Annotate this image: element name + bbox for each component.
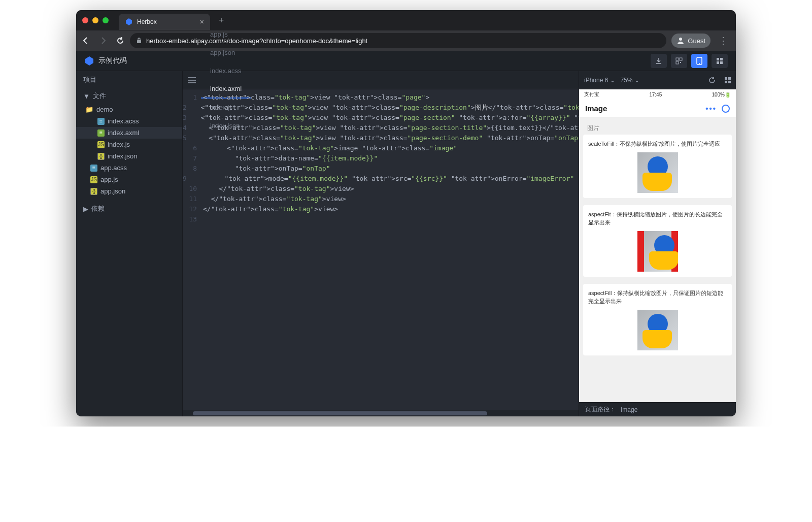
reload-button[interactable] [116,36,125,45]
close-tab-icon[interactable]: × [200,18,204,26]
example-image [637,231,678,272]
svg-rect-10 [717,58,719,60]
svg-point-2 [679,38,682,41]
svg-rect-15 [728,77,731,80]
editor-area: app.jsapp.jsonindex.acssindex.axmlindex.… [183,71,579,416]
battery-text: 100%🔋 [712,92,731,97]
maximize-window-button[interactable] [103,17,109,23]
file-name: app.js [100,176,118,183]
code-line: 2 <"tok-attr">class="tok-tag">view "tok-… [183,103,579,113]
svg-rect-16 [725,81,727,83]
chevron-down-icon: ▼ [83,92,90,100]
person-icon [676,37,685,45]
section-files-label: 文件 [93,91,106,101]
code-line: 5 <"tok-attr">class="tok-tag">view "tok-… [183,133,579,143]
chevron-down-icon: ⌄ [634,77,639,84]
hamburger-menu-button[interactable] [183,77,201,83]
svg-marker-0 [126,18,132,25]
refresh-icon[interactable] [722,105,730,113]
favicon [125,18,133,26]
file-name: index.acss [108,117,139,125]
file-item-app-json[interactable]: {}app.json [76,185,182,197]
file-item-index-axml[interactable]: ≡index.axml [76,127,182,139]
code-editor[interactable]: 1<"tok-attr">class="tok-tag">view "tok-a… [183,89,579,410]
browser-tab[interactable]: Herbox × [119,14,210,30]
tab-title: Herbox [137,18,157,25]
lock-icon [136,38,142,44]
code-line: 6 <"tok-attr">class="tok-tag">image "tok… [183,143,579,153]
file-name: index.axml [108,129,139,137]
file-item-index-js[interactable]: JSindex.js [76,139,182,150]
file-name: app.json [100,187,125,195]
grid-icon[interactable] [725,77,731,83]
device-content[interactable]: 图片 scaleToFill：不保持纵横比缩放图片，使图片完全适应aspectF… [579,118,736,402]
card-label: aspectFill：保持纵横比缩放图片，只保证图片的短边能完全显示出来 [588,289,727,306]
example-image [637,152,678,193]
device-name: iPhone 6 [584,77,608,84]
folder-name: demo [96,106,113,113]
sidebar-header: 项目 [76,71,182,88]
folder-demo[interactable]: 📁 demo [76,104,182,115]
editor-tabs: app.jsapp.jsonindex.acssindex.axmlindex.… [183,71,579,89]
folder-icon: 📁 [85,106,93,113]
file-item-index-json[interactable]: {}index.json [76,150,182,162]
carrier-text: 支付宝 [584,91,599,98]
preview-toolbar: iPhone 6 ⌄ 75% ⌄ [579,71,736,89]
sidebar-section-deps[interactable]: ▶ 依赖 [76,201,182,216]
sidebar: 项目 ▼ 文件 📁 demo ≡index.acss≡index.axmlJSi… [76,71,183,416]
forward-button[interactable] [98,36,108,45]
file-item-app-js[interactable]: JSapp.js [76,174,182,185]
horizontal-scrollbar[interactable] [183,410,579,416]
svg-rect-4 [676,58,679,60]
svg-rect-11 [720,58,723,60]
tab-index-acss[interactable]: index.acss [201,62,251,80]
tab-app-json[interactable]: app.json [201,44,251,62]
browser-menu-button[interactable]: ⋮ [716,35,731,46]
zoom-selector[interactable]: 75% ⌄ [620,77,639,84]
profile-button[interactable]: Guest [671,34,710,48]
svg-rect-13 [720,61,723,64]
code-line: 10 </"tok-attr">class="tok-tag">view> [183,184,579,194]
file-tree: 📁 demo ≡index.acss≡index.axmlJSindex.js{… [76,104,182,197]
app-window: Herbox × + herbox-embed.alipay.com/s/doc… [76,10,736,416]
page-path-label: 页面路径： [585,405,616,414]
preview-panel: iPhone 6 ⌄ 75% ⌄ 支付宝 17:45 100%🔋 I [579,71,736,416]
more-icon[interactable]: ••• [705,104,717,113]
back-button[interactable] [81,36,90,45]
download-button[interactable] [651,54,667,68]
svg-rect-14 [725,77,727,80]
ide-header: 示例代码 [76,51,736,71]
sidebar-section-files[interactable]: ▼ 文件 [76,88,182,104]
code-line: 12</"tok-attr">class="tok-tag">view> [183,204,579,214]
device-selector[interactable]: iPhone 6 ⌄ [584,77,615,84]
device-frame: 支付宝 17:45 100%🔋 Image ••• 图片 scaleToFill… [579,89,736,402]
guest-label: Guest [688,37,705,45]
file-name: index.json [108,152,138,160]
ide-logo-icon [84,56,94,66]
grid-button[interactable] [712,54,728,68]
code-line: 1<"tok-attr">class="tok-tag">view "tok-a… [183,92,579,103]
close-window-button[interactable] [82,17,88,23]
section-title: 图片 [583,122,732,135]
svg-rect-12 [717,61,719,64]
minimize-window-button[interactable] [92,17,98,23]
code-line: 9 "tok-attr">mode="{{item.mode}}" "tok-a… [183,174,579,184]
card-label: aspectFit：保持纵横比缩放图片，使图片的长边能完全显示出来 [588,210,727,227]
file-item-app-acss[interactable]: ≡app.acss [76,162,182,174]
phone-preview-button[interactable] [691,54,707,68]
file-item-index-acss[interactable]: ≡index.acss [76,115,182,127]
device-status-bar: 支付宝 17:45 100%🔋 [579,89,736,100]
example-image [637,310,678,350]
tab-app-js[interactable]: app.js [201,25,251,44]
time-text: 17:45 [649,92,662,97]
chevron-right-icon: ▶ [83,205,88,213]
page-path-value: Image [621,406,637,413]
preview-footer: 页面路径： Image [579,402,736,416]
qrcode-button[interactable] [671,54,687,68]
device-nav-bar: Image ••• [579,100,736,118]
preview-card: scaleToFill：不保持纵横比缩放图片，使图片完全适应 [583,135,732,198]
url-text: herbox-embed.alipay.com/s/doc-image?chIn… [146,37,367,45]
js-file-icon: JS [97,141,105,148]
refresh-preview-button[interactable] [708,77,716,84]
json-file-icon: {} [97,153,105,160]
